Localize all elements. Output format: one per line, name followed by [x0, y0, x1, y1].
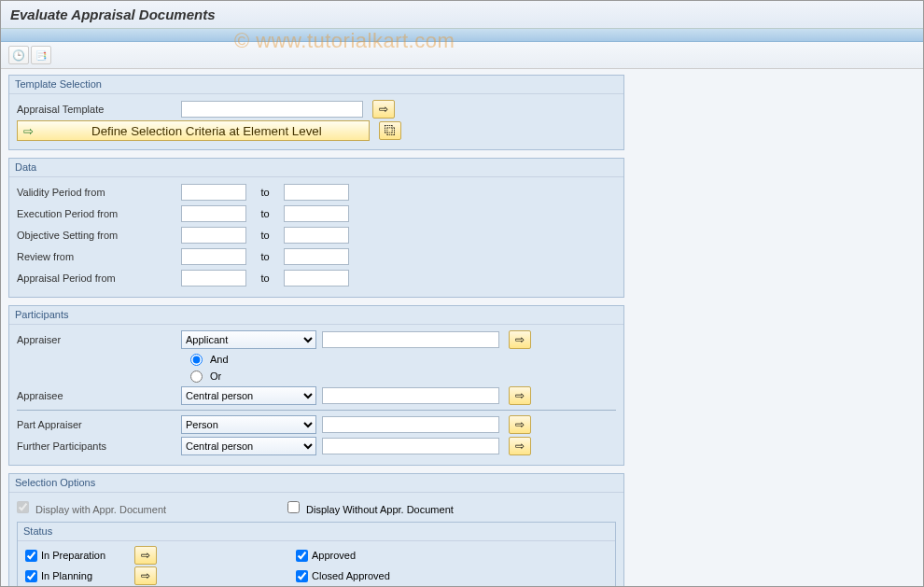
template-selection-title: Template Selection: [9, 76, 623, 94]
appraiser-multi-button[interactable]: ⇨: [509, 330, 531, 349]
to-label: to: [246, 208, 284, 219]
closed-approved-checkbox[interactable]: [296, 570, 308, 582]
decorative-band: [1, 29, 923, 42]
appraisal-from-input[interactable]: [181, 270, 246, 287]
in-planning-label: In Planning: [41, 570, 125, 581]
divider: [17, 410, 616, 411]
arrow-right-icon: ⇨: [515, 418, 525, 431]
appraisee-select[interactable]: Central person: [181, 386, 316, 405]
define-selection-criteria-button[interactable]: ⇨ Define Selection Criteria at Element L…: [17, 120, 370, 141]
display-with-checkbox: [17, 501, 29, 513]
further-participants-select[interactable]: Central person: [181, 437, 316, 455]
selection-options-group: Selection Options Display with Appr. Doc…: [8, 473, 624, 587]
appraisal-template-multi-button[interactable]: ⇨: [372, 100, 395, 119]
to-label: to: [246, 273, 284, 284]
review-from-label: Review from: [17, 251, 181, 262]
to-label: to: [246, 230, 284, 241]
appraiser-select[interactable]: Applicant: [181, 330, 316, 349]
execute-button[interactable]: [8, 46, 29, 64]
in-preparation-label: In Preparation: [41, 550, 125, 561]
objective-from-label: Objective Setting from: [17, 230, 181, 241]
arrow-right-icon: ⇨: [379, 103, 388, 116]
copy-icon: [35, 49, 47, 61]
part-appraiser-select[interactable]: Person: [181, 415, 316, 434]
data-group: Data Validity Period from to Execution P…: [8, 158, 624, 298]
approved-checkbox[interactable]: [296, 550, 308, 562]
template-selection-group: Template Selection Appraisal Template ⇨ …: [8, 75, 624, 150]
display-without-label: Display Without Appr. Document: [306, 504, 454, 515]
appraisee-input[interactable]: [322, 387, 499, 404]
closed-approved-label: Closed Approved: [312, 570, 390, 581]
review-from-input[interactable]: [181, 248, 246, 265]
part-appraiser-label: Part Appraiser: [17, 419, 181, 430]
arrow-right-icon: ⇨: [515, 389, 525, 402]
approved-label: Approved: [312, 550, 356, 561]
display-without-checkbox-wrap[interactable]: Display Without Appr. Document: [287, 501, 454, 515]
display-with-label: Display with Appr. Document: [35, 504, 166, 515]
participants-title: Participants: [9, 306, 623, 325]
display-with-checkbox-wrap: Display with Appr. Document: [17, 501, 287, 515]
arrow-right-icon: ⇨: [23, 124, 34, 138]
and-label: And: [210, 354, 229, 365]
define-selection-criteria-label: Define Selection Criteria at Element Lev…: [91, 124, 322, 138]
arrow-right-icon: ⇨: [515, 333, 525, 346]
in-planning-multi-button[interactable]: ⇨: [134, 566, 157, 585]
and-radio[interactable]: [190, 354, 203, 366]
appraisal-template-label: Appraisal Template: [17, 104, 181, 115]
in-planning-checkbox[interactable]: [25, 570, 37, 582]
appraisal-from-label: Appraisal Period from: [17, 273, 181, 284]
variants-button[interactable]: [31, 46, 51, 64]
arrow-right-icon: ⇨: [141, 569, 150, 582]
to-label: to: [246, 187, 284, 198]
clock-icon: [12, 49, 25, 62]
execution-to-input[interactable]: [284, 205, 349, 222]
status-title: Status: [18, 523, 615, 541]
further-participants-multi-button[interactable]: ⇨: [509, 437, 531, 455]
appraiser-input[interactable]: [322, 331, 499, 348]
content-area: Template Selection Appraisal Template ⇨ …: [1, 69, 923, 587]
data-group-title: Data: [9, 159, 623, 177]
appraiser-label: Appraiser: [17, 334, 181, 345]
in-preparation-multi-button[interactable]: ⇨: [134, 546, 157, 565]
objective-to-input[interactable]: [284, 227, 349, 244]
in-preparation-checkbox[interactable]: [25, 550, 37, 562]
validity-from-input[interactable]: [181, 184, 246, 201]
arrow-right-icon: ⇨: [515, 440, 525, 453]
selection-options-title: Selection Options: [9, 474, 623, 493]
execution-from-input[interactable]: [181, 205, 246, 222]
copy-selection-button[interactable]: ⿻: [379, 121, 401, 140]
or-radio[interactable]: [190, 370, 203, 383]
validity-from-label: Validity Period from: [17, 187, 181, 198]
page-title: Evaluate Appraisal Documents: [1, 1, 923, 29]
part-appraiser-multi-button[interactable]: ⇨: [509, 415, 531, 434]
to-label: to: [246, 251, 284, 262]
copy-icon: ⿻: [385, 124, 396, 137]
or-label: Or: [210, 370, 221, 382]
objective-from-input[interactable]: [181, 227, 246, 244]
further-participants-label: Further Participants: [17, 440, 181, 452]
appraisee-multi-button[interactable]: ⇨: [509, 386, 531, 405]
arrow-right-icon: ⇨: [141, 549, 150, 562]
validity-to-input[interactable]: [284, 184, 349, 201]
appraisal-to-input[interactable]: [284, 270, 349, 287]
part-appraiser-input[interactable]: [322, 416, 499, 433]
review-to-input[interactable]: [284, 248, 349, 265]
further-participants-input[interactable]: [322, 438, 499, 454]
status-group: Status In Preparation ⇨ In Planning: [17, 522, 616, 587]
participants-group: Participants Appraiser Applicant ⇨ And O…: [8, 305, 624, 466]
toolbar: [1, 42, 923, 69]
appraisal-template-input[interactable]: [181, 101, 363, 118]
appraisee-label: Appraisee: [17, 390, 181, 401]
execution-from-label: Execution Period from: [17, 208, 181, 219]
display-without-checkbox[interactable]: [287, 501, 300, 513]
